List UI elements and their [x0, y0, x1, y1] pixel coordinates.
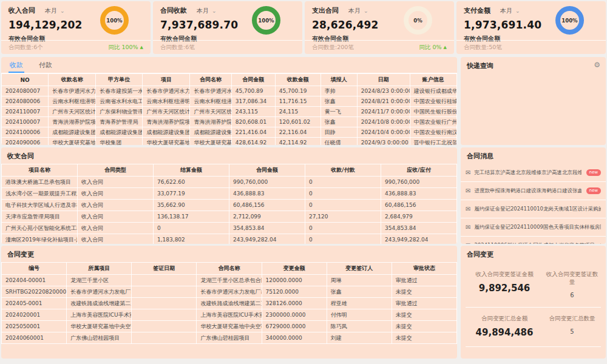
column-header: 账户信息 [410, 74, 456, 86]
table-cell: 990,760,000 [381, 177, 457, 188]
table-cell: 0 [305, 177, 381, 188]
stat-income-change-amount: 收入合同变更签证金额 9,892,546 [466, 271, 543, 298]
message-item[interactable]: ✉ 履约保证金登记2024110010龙岗天衡域1区设计采购施工（EPC）总承包… [461, 200, 606, 218]
column-header: 收款名称 [49, 74, 96, 86]
table-row[interactable]: 广州天心苑小区智能化系统工程收入合同0354,853.840354,853.84 [2, 223, 457, 234]
table-cell: 2024100007 [2, 117, 49, 127]
column-header: 合同类型 [78, 164, 154, 177]
progress-ring: 100% [252, 6, 280, 35]
progress-ring: 100% [555, 6, 584, 35]
table-cell: 审批通过 [392, 275, 456, 286]
panel-title: 快递查询 [461, 57, 606, 73]
contract-count: 合同数量:50笔 [464, 44, 502, 52]
table-row[interactable]: 2024110007广州市天河区统计局机房改造广东保利物业管理股份有限公广州市天… [2, 107, 457, 117]
dashboard: 收入合同 本月⌄ 194,129,202 有效合同金额 100% 合同数量:6个… [0, 0, 607, 360]
column-header: 所属项目 [67, 263, 132, 275]
message-item[interactable]: ✉ 完工结算京沪高速北京段维修京沪高速北京段维修李华 new [461, 164, 606, 182]
envelope-icon: ✉ [466, 206, 470, 212]
table-cell: 2024080006 [2, 96, 49, 107]
table-row[interactable]: 天津市应急管理局项目收入合同136,138.172,712,09927,1202… [2, 211, 457, 223]
table-cell: 2024/11/7 0:00:00 [357, 107, 410, 117]
table-cell: 青海洪湖养护院项目 [190, 117, 231, 127]
period-dropdown[interactable]: 本月⌄ [500, 7, 520, 15]
message-text: 完工结算京沪高速北京段维修京沪高速北京段维修李华 [474, 169, 581, 177]
table-cell [132, 298, 197, 309]
table-row[interactable]: 20240060001广东佛山碧桂园项目广东佛山碧桂园项目340000.0000… [2, 332, 457, 344]
table-cell: 0 [305, 200, 381, 211]
table-cell: 广州天心苑小区智能化系统工程 [2, 223, 78, 234]
table-cell: 上海市美容医院ICU手术室净化工程 [197, 309, 262, 321]
changes-table: 编号所属项目签证日期合同名称变更金额变更签订人审批状态202404-00001龙… [1, 262, 457, 344]
table-row[interactable]: 浅水湾小区一期景观提升工程施工收入合同33,077.19436,888.8304… [2, 188, 457, 200]
card-footer: 合同数量:200笔 同比 0%▲ [305, 40, 454, 54]
table-row[interactable]: 2024090006华校大厦研究基地中央空调系华校集团华校大厦研究基地中央空调系… [2, 138, 457, 146]
message-item[interactable]: ✉ 履约保证金登记2024110009国色天香项目实体样板房区域园建工程张鑫20… [461, 218, 606, 237]
table-row[interactable]: 2024080007长春市伊通河水力发电厂改建长春市建投第一水利水电建设长春市伊… [2, 86, 457, 96]
table-cell: 0 [305, 234, 381, 244]
tab-fukuan[interactable]: 付款 [39, 57, 52, 73]
table-cell: 审批通过 [392, 298, 456, 309]
yoy-trend: 同比 100%▲ [108, 44, 143, 52]
table-row[interactable]: 2025050001华校大厦研究基地中央空调系统工程华校大厦研究基地中央空调系统… [2, 321, 457, 332]
envelope-icon: ✉ [466, 242, 470, 244]
changes-summary-panel: 合同变更 收入合同变更签证金额 9,892,546 收入合同变更签证数量 6 合… [461, 246, 606, 359]
period-dropdown[interactable]: 本月⌄ [197, 7, 217, 15]
table-cell: 2024100006 [2, 127, 49, 138]
message-item[interactable]: ✉ 进度款申报珠海鹤港口建设珠海鹤港口建设张鑫 new [461, 182, 606, 200]
table-cell: 未提交 [392, 286, 456, 298]
column-header: 变更签订人 [327, 263, 392, 275]
message-text: 履约保证金登记2024110010龙岗天衡域1区设计采购施工（EPC）总承包工程… [474, 206, 601, 213]
table-cell: 436,888.83 [229, 188, 305, 200]
card-title: 支出合同 [312, 6, 339, 15]
kpi-card-0: 收入合同 本月⌄ 194,129,202 有效合同金额 100% 合同数量:6个… [1, 1, 151, 54]
table-cell: 长春市伊通河水力发电厂改建工程合同 [197, 286, 262, 298]
column-header: 日期 [357, 74, 410, 86]
table-cell: 未提交 [392, 309, 456, 321]
column-header: NO [2, 74, 49, 86]
table-row[interactable]: 潼南区2019年绿化补贴项目-施工2标段收入合同1,183,802243,949… [2, 234, 457, 244]
table-cell: 2024/10/4 0:00:00 [357, 127, 410, 138]
table-row[interactable]: 电子科技大学区域人行道及非机动车道工程施工收入合同35,662.9060,486… [2, 200, 457, 211]
message-text: 2024110006履约保证金回收成都水岸华庭名苑项目一标段成都城市管理局250… [474, 242, 601, 244]
period-dropdown[interactable]: 本月⌄ [45, 7, 65, 15]
period-dropdown[interactable]: 本月⌄ [348, 7, 368, 15]
column-header: 项目名称 [2, 164, 78, 177]
table-cell: 陈巧凤 [327, 321, 392, 332]
table-cell: 2024/8/23 0:00:00 [357, 86, 410, 96]
table-cell: 上海市美容医院ICU手术室净化工程 [67, 309, 132, 321]
kpi-cards-row: 收入合同 本月⌄ 194,129,202 有效合同金额 100% 合同数量:6个… [1, 1, 606, 54]
card-title: 合同收款 [160, 6, 187, 15]
table-row[interactable]: SRHTBG202208200001长春市伊通河水力发电厂改建工程长春市伊通河水… [2, 286, 457, 298]
table-row[interactable]: 2024100007青海洪湖养护院项目工程款青海养护管理局青海洪湖养护院项目青海… [2, 117, 457, 127]
table-row[interactable]: 202405-0001改建铁路成渝线增建第二直通线（成渝枢改建铁路成渝线增建第二… [2, 298, 457, 309]
table-row[interactable]: 2024020001上海市美容医院ICU手术室净化工程上海市美容医院ICU手术室… [2, 309, 457, 321]
message-item[interactable]: ✉ 2024110006履约保证金回收成都水岸华庭名苑项目一标段成都城市管理局2… [461, 237, 606, 244]
table-row[interactable]: 202404-00001龙湖三千里小区龙湖三千里小区总承包合同120000.00… [2, 275, 457, 286]
table-row[interactable]: 港珠澳大桥施工总承包项目收入合同76,622.60990,760,0000990… [2, 177, 457, 188]
table-cell: 820,608.01 [231, 117, 275, 127]
table-cell [132, 309, 197, 321]
tab-shoukuan[interactable]: 收款 [10, 57, 23, 73]
stat-value: 5 [543, 328, 601, 335]
envelope-icon: ✉ [466, 224, 470, 231]
panel-title: 合同变更 [1, 246, 457, 262]
gear-icon[interactable]: ⚙ [594, 61, 600, 69]
kpi-card-3: 支付金额 本月⌄ 1,973,691.40 有效合同金额 100% 合同数量:5… [456, 1, 606, 54]
table-cell: 75120.0000 [262, 286, 327, 298]
table-cell: 20240060001 [2, 332, 67, 344]
table-cell: 中国农业银行南汉路支行 [410, 127, 456, 138]
column-header: 填报人 [320, 74, 357, 86]
table-cell: 2024020001 [2, 309, 67, 321]
table-cell: 华校大厦研究基地中央空调系统工程 [197, 321, 262, 332]
table-row[interactable]: 2024100006成都能源建设集团投资有限公成都能源建设集团投资有限公成都能源… [2, 127, 457, 138]
table-cell: 328126.0000 [262, 298, 327, 309]
table-row[interactable]: 2024080006云南水利枢纽潜明水库一期工云南省水利水电工程有限公司云南水利… [2, 96, 457, 107]
table-cell: 长春市伊通河水力发电厂改建工程 [67, 286, 132, 298]
table-cell: 60,486,156 [229, 200, 305, 211]
column-header: 合同名称 [190, 74, 231, 86]
table-cell: 华校大厦研究基地中央空调系 [143, 138, 190, 146]
table-cell: 2024110007 [2, 107, 49, 117]
table-cell: 成都能源建设集团投资有限公 [190, 127, 231, 138]
stat-label: 合同变更汇总金额 [466, 315, 543, 323]
table-cell: 22,116.04 [275, 127, 320, 138]
